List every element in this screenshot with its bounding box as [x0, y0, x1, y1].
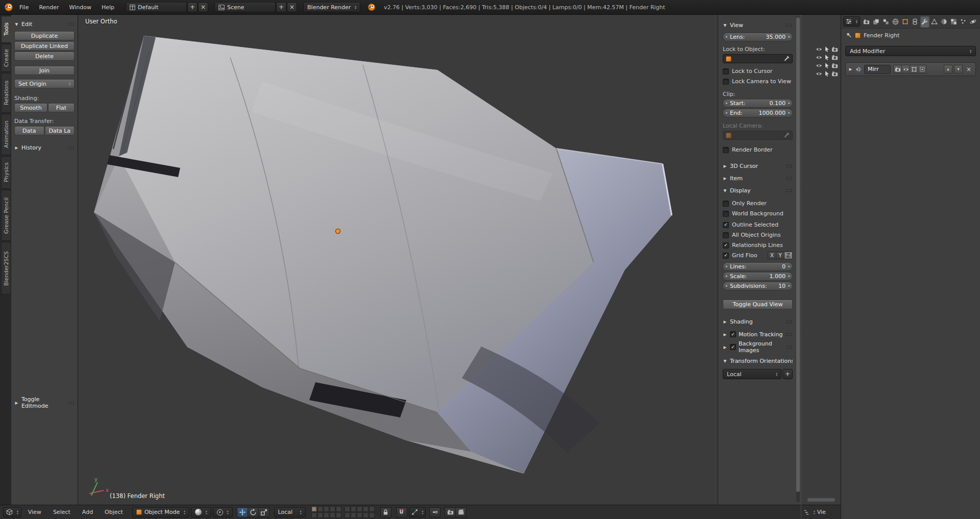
modifier-realtime-toggle[interactable] — [901, 65, 910, 73]
layer-cell[interactable] — [369, 512, 375, 518]
layer-cell[interactable] — [363, 512, 369, 518]
modifier-name-field[interactable]: Mirr — [864, 65, 891, 74]
render-engine-dropdown[interactable]: Blender Render — [303, 2, 360, 12]
checkbox[interactable] — [723, 253, 729, 259]
layer-cell[interactable] — [336, 512, 341, 518]
tab-grease-pencil[interactable]: Grease Pencil — [1, 190, 11, 241]
panel-drag-handle[interactable] — [67, 22, 75, 27]
panel-drag-handle[interactable] — [786, 319, 793, 324]
delete-layout-button[interactable] — [198, 2, 208, 12]
manipulator-rotate-button[interactable] — [248, 507, 259, 517]
checkbox[interactable] — [723, 68, 729, 75]
layer-cell[interactable] — [317, 512, 323, 518]
axis-z-toggle[interactable]: Z — [784, 252, 793, 259]
layer-cell[interactable] — [330, 506, 335, 512]
grid-subdivisions-field[interactable]: Subdivisions: 10 — [723, 282, 793, 290]
menu-file[interactable]: File — [14, 4, 34, 11]
clip-start-field[interactable]: Start: 0.100 — [723, 99, 793, 108]
layer-cell[interactable] — [324, 512, 329, 518]
panel-history-header[interactable]: History — [14, 143, 75, 152]
panel-3d-cursor-header[interactable]: 3D Cursor — [723, 162, 793, 170]
layer-cell[interactable] — [369, 506, 375, 512]
npanel-scrollbar[interactable] — [796, 16, 800, 502]
data-transfer-button[interactable]: Data — [14, 126, 44, 135]
axis-y-toggle[interactable]: Y — [776, 252, 785, 259]
layer-cell[interactable] — [345, 512, 350, 518]
panel-collapsed-icon[interactable] — [723, 164, 727, 168]
manipulator-translate-button[interactable] — [237, 507, 248, 517]
panel-collapsed-icon[interactable] — [723, 176, 727, 181]
interaction-mode-dropdown[interactable]: Object Mode — [132, 507, 189, 517]
duplicate-linked-button[interactable]: Duplicate Linked — [14, 41, 75, 51]
screen-layout-selector[interactable]: Default — [126, 2, 187, 12]
only-render-checkbox[interactable]: Only Render — [723, 200, 793, 207]
checkbox[interactable] — [723, 147, 729, 153]
add-modifier-dropdown[interactable]: Add Modifier — [845, 46, 976, 56]
modifier-editmode-toggle[interactable] — [910, 65, 918, 73]
panel-drag-handle[interactable] — [786, 23, 793, 28]
checkbox[interactable] — [730, 331, 736, 337]
shade-flat-button[interactable]: Flat — [48, 103, 75, 112]
selectable-cursor-icon[interactable] — [824, 54, 830, 61]
panel-drag-handle[interactable] — [786, 188, 793, 193]
clip-end-field[interactable]: End: 1000.000 — [723, 109, 793, 117]
panel-drag-handle[interactable] — [67, 401, 75, 405]
snap-toggle-button[interactable] — [396, 507, 407, 517]
tab-animation[interactable]: Animation — [1, 114, 11, 155]
orientation-dropdown[interactable]: Local — [723, 369, 781, 379]
relationship-lines-checkbox[interactable]: Relationship Lines — [723, 241, 793, 249]
checkbox[interactable] — [723, 242, 729, 249]
layer-cell[interactable] — [317, 506, 323, 512]
panel-drag-handle[interactable] — [786, 164, 793, 168]
layer-cell[interactable] — [345, 506, 350, 512]
shade-smooth-button[interactable]: Smooth — [14, 103, 47, 112]
grid-lines-field[interactable]: Lines: 0 — [723, 262, 793, 271]
menu-help[interactable]: Help — [96, 4, 119, 11]
lock-to-cursor-checkbox[interactable]: Lock to Cursor — [723, 67, 793, 75]
panel-collapsed-icon[interactable] — [14, 401, 19, 405]
tab-create[interactable]: Create — [1, 44, 11, 72]
modifier-expand-icon[interactable] — [848, 67, 853, 71]
panel-item-header[interactable]: Item — [723, 174, 793, 182]
viewport-shading-dropdown[interactable] — [191, 507, 211, 517]
checkbox[interactable] — [723, 211, 729, 217]
panel-collapsed-icon[interactable] — [723, 345, 727, 350]
tab-object[interactable] — [901, 16, 910, 28]
outliner-menu-label[interactable]: Vie — [817, 509, 826, 515]
panel-collapsed-icon[interactable] — [723, 319, 727, 324]
selectable-cursor-icon[interactable] — [824, 46, 830, 53]
scrollbar-thumb[interactable] — [796, 17, 800, 492]
tab-physics[interactable]: Physics — [1, 156, 11, 189]
layer-cell[interactable] — [311, 512, 317, 518]
visibility-eye-icon[interactable] — [816, 62, 822, 69]
menu-window[interactable]: Window — [64, 4, 96, 11]
tab-particles[interactable] — [959, 16, 968, 28]
outline-selected-checkbox[interactable]: Outline Selected — [723, 221, 793, 229]
delete-modifier-button[interactable] — [965, 65, 973, 73]
grid-scale-field[interactable]: Scale: 1.000 — [723, 272, 793, 281]
add-layout-button[interactable] — [187, 2, 198, 12]
renderable-camera-icon[interactable] — [831, 46, 838, 53]
join-button[interactable]: Join — [14, 66, 75, 75]
panel-collapsed-icon[interactable] — [14, 145, 19, 150]
tab-scene[interactable] — [881, 16, 891, 28]
layer-cell[interactable] — [311, 506, 317, 512]
visibility-eye-icon[interactable] — [816, 70, 822, 77]
checkbox[interactable] — [723, 232, 729, 238]
tab-render-layers[interactable] — [872, 16, 881, 28]
tab-render[interactable] — [862, 16, 871, 28]
scene-selector[interactable]: Scene — [214, 2, 276, 12]
panel-drag-handle[interactable] — [786, 176, 793, 181]
layer-cell[interactable] — [357, 512, 362, 518]
modifier-cage-toggle[interactable] — [918, 65, 926, 73]
car-hood-model[interactable] — [78, 15, 718, 505]
panel-expand-icon[interactable] — [723, 359, 727, 363]
set-origin-dropdown[interactable]: Set Origin — [14, 79, 75, 88]
layer-cell[interactable] — [330, 512, 335, 518]
selectable-cursor-icon[interactable] — [824, 70, 830, 77]
toggle-quad-view-button[interactable]: Toggle Quad View — [723, 300, 793, 309]
lens-field[interactable]: Lens: 35.000 — [723, 33, 793, 41]
checkbox[interactable] — [723, 222, 729, 228]
panel-transform-orientations-header[interactable]: Transform Orientations — [723, 357, 793, 365]
menu-add[interactable]: Add — [77, 509, 98, 515]
